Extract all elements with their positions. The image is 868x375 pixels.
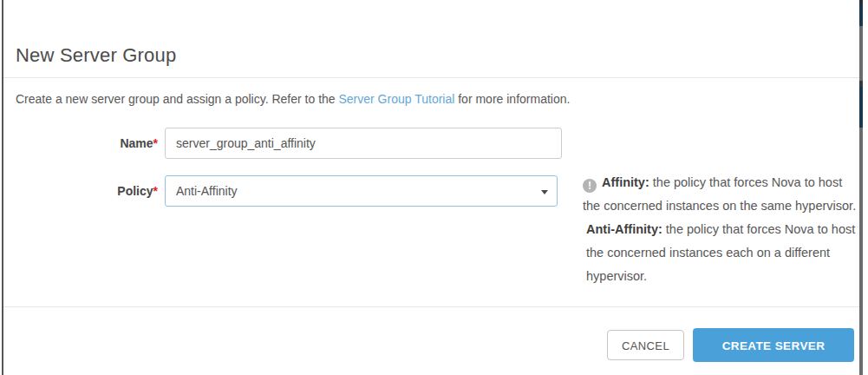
edge-segment [859,26,863,81]
cancel-button[interactable]: CANCEL [607,330,684,360]
policy-help-text: !Affinity: the policy that forces Nova t… [583,171,862,288]
name-field-label: Name* [17,136,158,150]
affinity-term: Affinity: [602,175,649,189]
edge-segment [859,87,863,128]
name-label-text: Name [120,136,153,150]
policy-required-asterisk: * [153,184,158,198]
modal-left-border [2,0,3,375]
name-required-asterisk: * [153,136,158,150]
policy-field-label: Policy* [17,184,158,198]
policy-selected-value: Anti-Affinity [176,184,238,198]
modal-description: Create a new server group and assign a p… [16,92,570,106]
edge-segment [859,128,863,375]
description-text-after: for more information. [454,92,570,106]
page-title: New Server Group [16,44,176,67]
name-input[interactable] [165,128,562,159]
header-divider [3,77,859,78]
exclamation-circle-icon: ! [583,179,597,193]
edge-segment [859,81,863,87]
edge-segment [859,4,863,26]
policy-label-text: Policy [117,184,153,198]
server-group-tutorial-link[interactable]: Server Group Tutorial [339,92,455,106]
description-text-before: Create a new server group and assign a p… [16,92,339,106]
footer-divider [3,306,859,307]
create-server-group-button[interactable]: CREATE SERVER GROUP [693,328,854,362]
chevron-down-icon [541,190,548,194]
anti-affinity-term: Anti-Affinity: [586,222,662,236]
policy-select[interactable]: Anti-Affinity [165,175,558,207]
background-page-edge [859,0,863,375]
new-server-group-modal: New Server Group Create a new server gro… [0,0,868,375]
